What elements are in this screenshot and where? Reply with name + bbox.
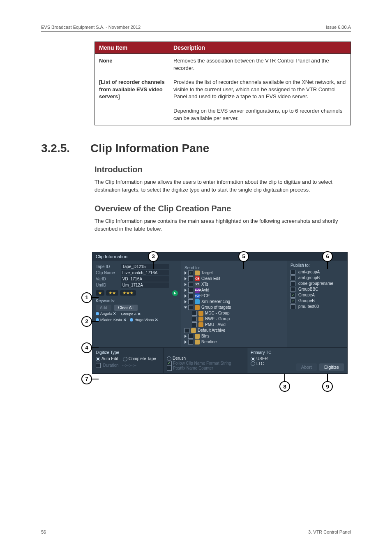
- publish-item[interactable]: pmu-test00: [291, 304, 344, 310]
- fcp-icon: FCP: [195, 294, 200, 298]
- checkbox-icon[interactable]: [192, 311, 197, 316]
- section-heading: 3.2.5. Clip Information Pane: [41, 142, 351, 155]
- radio-icon[interactable]: [167, 356, 171, 361]
- auto-edit-option[interactable]: Auto Edit: [101, 356, 118, 361]
- expand-icon: [184, 340, 187, 344]
- radio-icon[interactable]: [123, 357, 127, 361]
- publish-item[interactable]: amt-groupA: [291, 269, 344, 275]
- remove-icon[interactable]: ✕: [113, 312, 116, 316]
- digitize-type-panel: Digitize Type Auto Edit Complete Tape Du…: [92, 348, 163, 374]
- send-item-nearline[interactable]: Nearline: [184, 339, 284, 345]
- checkbox-icon[interactable]: [291, 275, 295, 280]
- radio-icon[interactable]: [251, 357, 255, 361]
- checkbox-icon[interactable]: [291, 298, 295, 303]
- send-item-mdc-group[interactable]: MDC - Group: [184, 310, 284, 316]
- send-item-clean-edit[interactable]: CEClean Edit: [184, 276, 284, 282]
- send-item-pmu-avid[interactable]: PMU - Avid: [184, 322, 284, 328]
- radio-icon[interactable]: [251, 361, 255, 366]
- send-item-avid[interactable]: AvidAvid: [184, 287, 284, 293]
- checkbox-icon[interactable]: [291, 304, 295, 309]
- remove-icon[interactable]: ✕: [123, 318, 127, 322]
- screenshot-container: 3 5 6 1 2 4 7 8 9 Clip Information Tape …: [86, 252, 347, 374]
- remove-icon[interactable]: ✕: [155, 318, 158, 322]
- send-item-default-archive[interactable]: Default Archive: [184, 328, 284, 333]
- varid-field[interactable]: VD_1716A: [121, 276, 169, 282]
- publish-item[interactable]: done-grouprename: [291, 281, 344, 287]
- folder-icon: [191, 328, 196, 333]
- table-row: [List of recorder channels from availabl…: [95, 75, 351, 125]
- tc-ltc-option[interactable]: LTC: [256, 361, 264, 366]
- keyword-chip[interactable]: Hugo Viana ✕: [130, 318, 158, 322]
- checkbox-icon[interactable]: [188, 271, 193, 275]
- checkbox-icon[interactable]: [188, 340, 193, 345]
- complete-tape-option[interactable]: Complete Tape: [129, 356, 156, 361]
- tape-id-field[interactable]: Tape_D1215: [121, 264, 169, 269]
- keyword-chip[interactable]: Angola ✕: [96, 312, 116, 316]
- send-item-xts[interactable]: XTXTs: [184, 282, 284, 287]
- abort-button[interactable]: Abort: [296, 363, 317, 371]
- menu-item-table: Menu Item Description None Removes the a…: [95, 42, 351, 125]
- derush-panel: Derush Follow Clip Name Format String Po…: [163, 348, 247, 374]
- avid-icon: Avid: [195, 288, 200, 293]
- publish-item[interactable]: GroupeB: [291, 298, 344, 304]
- send-item-fcp[interactable]: FCPFCP: [184, 293, 284, 299]
- footer-chapter: 3. VTR Control Panel: [308, 530, 351, 534]
- checkbox-icon[interactable]: [291, 293, 295, 298]
- digitize-button[interactable]: Digitize: [319, 363, 344, 371]
- send-item-nwe-group[interactable]: NWE - Group: [184, 316, 284, 322]
- keyword-chip[interactable]: Groupe A ✕: [121, 312, 141, 316]
- callout-6: 6: [322, 251, 333, 262]
- callout-7: 7: [81, 374, 92, 384]
- keyword-clear-all-button[interactable]: Clear All: [114, 305, 138, 311]
- checkbox-icon[interactable]: [192, 317, 197, 321]
- checkbox-icon[interactable]: [192, 322, 197, 327]
- rating-3-button[interactable]: ★★★: [120, 290, 136, 296]
- clip-name-field[interactable]: Live_match_1716A: [121, 270, 169, 275]
- send-item-bins[interactable]: Bins: [184, 333, 284, 339]
- derush-option[interactable]: Derush: [173, 356, 186, 361]
- send-item-xml[interactable]: Xml referencing: [184, 299, 284, 305]
- varid-label: VarID: [96, 277, 120, 281]
- remove-icon[interactable]: ✕: [138, 312, 141, 316]
- tc-user-option[interactable]: USER: [256, 356, 268, 361]
- rating-1-button[interactable]: ★: [96, 290, 104, 296]
- th-menu-item: Menu Item: [95, 42, 169, 54]
- keyword-add-button[interactable]: Add: [96, 305, 111, 311]
- publish-to-column: Publish to: amt-groupA amt-groupB done-g…: [287, 261, 347, 347]
- flag-f-button[interactable]: F: [172, 290, 178, 296]
- checkbox-icon[interactable]: [291, 287, 295, 292]
- checkbox-icon[interactable]: [291, 270, 295, 275]
- checkbox-icon[interactable]: [188, 288, 193, 293]
- checkbox-icon[interactable]: [188, 334, 193, 339]
- xml-icon: [195, 299, 200, 304]
- checkbox-icon: [96, 363, 101, 368]
- keyword-chip[interactable]: Mladen Krsta ✕: [96, 318, 127, 322]
- duration-label: Duration: [103, 363, 119, 368]
- checkbox-icon[interactable]: [188, 282, 193, 287]
- page-header: EVS Broadcast Equipment S.A. - November …: [41, 25, 351, 32]
- checkbox-icon[interactable]: [188, 299, 193, 304]
- checkbox-icon[interactable]: [188, 276, 193, 281]
- checkbox-icon[interactable]: [188, 305, 193, 310]
- umid-field[interactable]: Um_1712A: [121, 282, 169, 288]
- publish-item[interactable]: GroupBBC: [291, 287, 344, 292]
- checkbox-icon[interactable]: [184, 328, 189, 333]
- checkbox-icon[interactable]: [291, 281, 295, 286]
- send-item-group[interactable]: Group of targets: [184, 305, 284, 310]
- checkbox-icon[interactable]: [188, 294, 193, 298]
- publish-item[interactable]: amt-groupB: [291, 275, 344, 281]
- send-item-target[interactable]: Target: [184, 270, 284, 276]
- cell-desc-para1: Provides the list of recorder channels a…: [173, 79, 346, 99]
- tape-id-label: Tape ID: [96, 264, 120, 269]
- keywords-heading: Keywords:: [96, 298, 178, 303]
- callout-4: 4: [81, 342, 92, 353]
- checkbox-icon: [167, 366, 172, 371]
- publish-item[interactable]: GroupeA: [291, 292, 344, 298]
- rating-2-button[interactable]: ★★: [106, 290, 118, 296]
- doc-source: EVS Broadcast Equipment S.A. - November …: [41, 25, 141, 30]
- callout-3: 3: [148, 251, 159, 262]
- radio-icon[interactable]: [96, 357, 100, 361]
- expand-icon: [184, 283, 187, 286]
- overview-paragraph: The Clip Information pane contains the m…: [95, 217, 351, 233]
- callout-8: 8: [279, 381, 290, 392]
